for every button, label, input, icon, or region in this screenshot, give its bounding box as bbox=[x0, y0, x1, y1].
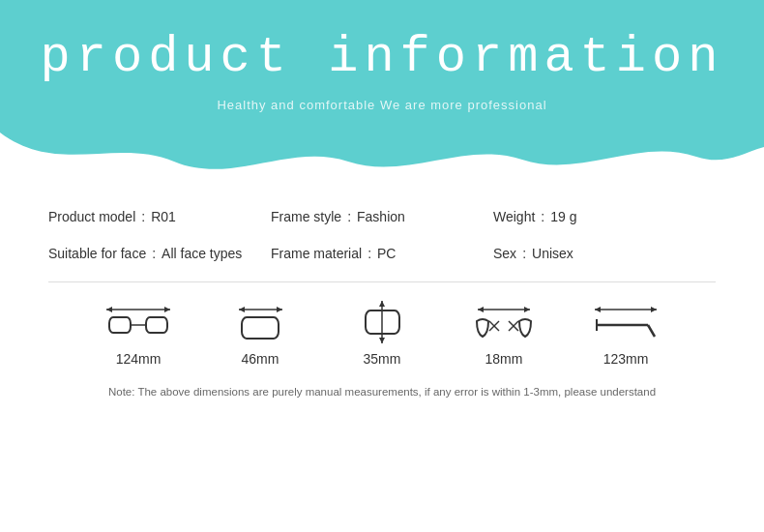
bridge-value: 18mm bbox=[485, 351, 523, 367]
face-type-row: Suitable for face : All face types bbox=[48, 240, 271, 267]
frame-material-value: PC bbox=[377, 246, 396, 261]
single-lens-icon bbox=[226, 300, 294, 343]
lens-height-value: 35mm bbox=[364, 351, 401, 367]
svg-marker-2 bbox=[164, 307, 170, 312]
product-model-value: R01 bbox=[151, 209, 176, 224]
svg-marker-7 bbox=[239, 307, 245, 312]
frame-style-value: Fashion bbox=[357, 209, 405, 224]
dimensions-section: 124mm 46mm bbox=[48, 300, 716, 367]
svg-rect-3 bbox=[109, 317, 131, 333]
svg-marker-22 bbox=[595, 307, 601, 312]
dimension-total-width: 124mm bbox=[104, 300, 172, 367]
face-type-label: Suitable for face bbox=[48, 246, 146, 261]
sex-row: Sex : Unisex bbox=[493, 240, 716, 267]
dimension-temple: 123mm bbox=[592, 300, 660, 367]
header-section: product information Healthy and comforta… bbox=[0, 0, 764, 179]
svg-marker-8 bbox=[277, 307, 282, 312]
temple-value: 123mm bbox=[603, 351, 649, 367]
svg-rect-9 bbox=[242, 317, 279, 339]
frame-style-row: Frame style : Fashion bbox=[271, 203, 493, 230]
sex-value: Unisex bbox=[532, 246, 573, 261]
frame-material-row: Frame material : PC bbox=[271, 240, 493, 267]
dimension-lens-height: 35mm bbox=[348, 300, 416, 367]
svg-marker-15 bbox=[478, 307, 484, 312]
info-grid: Product model : R01 Frame style : Fashio… bbox=[48, 203, 716, 267]
temple-icon bbox=[592, 300, 660, 343]
info-divider bbox=[48, 281, 716, 282]
frame-material-label: Frame material bbox=[271, 246, 362, 261]
product-model-row: Product model : R01 bbox=[48, 203, 271, 230]
total-width-value: 124mm bbox=[116, 351, 162, 367]
lens-width-value: 46mm bbox=[242, 351, 279, 367]
wave-decoration bbox=[0, 133, 764, 181]
lens-height-icon bbox=[348, 300, 416, 343]
sex-label: Sex bbox=[493, 246, 516, 261]
bridge-icon bbox=[470, 300, 538, 343]
svg-marker-16 bbox=[524, 307, 530, 312]
svg-line-25 bbox=[648, 325, 655, 337]
svg-marker-23 bbox=[651, 307, 657, 312]
lens-width-icon bbox=[104, 300, 172, 343]
content-section: Product model : R01 Frame style : Fashio… bbox=[0, 179, 764, 412]
dimension-lens-width: 46mm bbox=[226, 300, 294, 367]
dimension-bridge: 18mm bbox=[470, 300, 538, 367]
svg-marker-11 bbox=[379, 301, 385, 307]
product-model-label: Product model bbox=[48, 209, 135, 224]
svg-rect-4 bbox=[146, 317, 167, 333]
face-type-value: All face types bbox=[162, 246, 242, 261]
svg-marker-12 bbox=[379, 338, 385, 343]
header-subtitle: Healthy and comfortable We are more prof… bbox=[217, 98, 546, 112]
note-section: Note: The above dimensions are purely ma… bbox=[48, 386, 716, 398]
weight-label: Weight bbox=[493, 209, 535, 224]
note-text: Note: The above dimensions are purely ma… bbox=[87, 386, 677, 398]
svg-marker-1 bbox=[106, 307, 112, 312]
page-title: product information bbox=[41, 29, 724, 86]
frame-style-label: Frame style bbox=[271, 209, 341, 224]
weight-value: 19 g bbox=[550, 209, 576, 224]
weight-row: Weight : 19 g bbox=[493, 203, 716, 230]
